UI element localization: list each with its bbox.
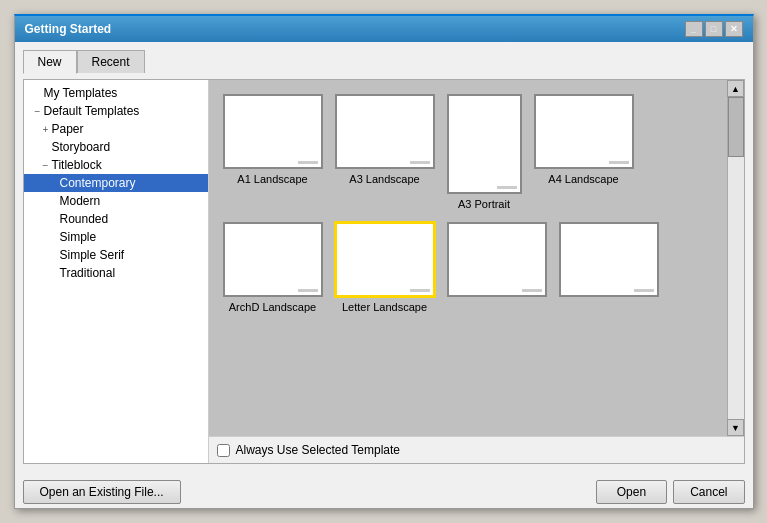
scrollbar: ▲ ▼: [727, 80, 744, 436]
template-label: A1 Landscape: [237, 173, 307, 185]
tree-item-default-templates[interactable]: − Default Templates: [24, 102, 208, 120]
template-label: ArchD Landscape: [229, 301, 316, 313]
checkbox-row: Always Use Selected Template: [209, 436, 744, 463]
minimize-button[interactable]: _: [685, 21, 703, 37]
tree-label: Rounded: [60, 212, 109, 226]
template-thumb: [534, 94, 634, 169]
tree-item-traditional[interactable]: Traditional: [24, 264, 208, 282]
close-button[interactable]: ✕: [725, 21, 743, 37]
tab-recent[interactable]: Recent: [77, 50, 145, 73]
expand-icon: [32, 88, 44, 99]
expand-icon: +: [40, 124, 52, 135]
template-a3-landscape[interactable]: A3 Landscape: [335, 94, 435, 210]
open-existing-button[interactable]: Open an Existing File...: [23, 480, 181, 504]
expand-icon: [48, 178, 60, 189]
expand-icon: [48, 196, 60, 207]
template-label: A4 Landscape: [548, 173, 618, 185]
expand-icon: [48, 268, 60, 279]
getting-started-dialog: Getting Started _ □ ✕ New Recent My Temp…: [14, 14, 754, 509]
tree-label: Contemporary: [60, 176, 136, 190]
expand-icon: [48, 232, 60, 243]
always-use-label: Always Use Selected Template: [236, 443, 401, 457]
template-thumb: [335, 94, 435, 169]
tree-item-my-templates[interactable]: My Templates: [24, 84, 208, 102]
dialog-title: Getting Started: [25, 22, 112, 36]
expand-icon: [48, 250, 60, 261]
template-archd-landscape[interactable]: ArchD Landscape: [223, 222, 323, 313]
scroll-up-button[interactable]: ▲: [727, 80, 744, 97]
bottom-bar: Open an Existing File... Open Cancel: [15, 472, 753, 508]
template-label: A3 Landscape: [349, 173, 419, 185]
template-thumb: [447, 94, 522, 194]
tree-item-paper[interactable]: + Paper: [24, 120, 208, 138]
tab-new[interactable]: New: [23, 50, 77, 74]
template-a1-landscape[interactable]: A1 Landscape: [223, 94, 323, 210]
template-thumb: [559, 222, 659, 297]
template-label: A3 Portrait: [458, 198, 510, 210]
tree-item-simple-serif[interactable]: Simple Serif: [24, 246, 208, 264]
tree-item-storyboard[interactable]: Storyboard: [24, 138, 208, 156]
expand-icon: −: [32, 106, 44, 117]
tree-item-modern[interactable]: Modern: [24, 192, 208, 210]
template-a4-landscape[interactable]: A4 Landscape: [534, 94, 634, 210]
tree-item-rounded[interactable]: Rounded: [24, 210, 208, 228]
tree-label: Simple: [60, 230, 97, 244]
tab-bar: New Recent: [23, 50, 745, 73]
tree-label: Default Templates: [44, 104, 140, 118]
tree-item-contemporary[interactable]: Contemporary: [24, 174, 208, 192]
expand-icon: −: [40, 160, 52, 171]
dialog-content: New Recent My Templates − Default Templa…: [15, 42, 753, 472]
template-label: Letter Landscape: [342, 301, 427, 313]
tree-label: Traditional: [60, 266, 116, 280]
expand-icon: [40, 142, 52, 153]
title-bar: Getting Started _ □ ✕: [15, 16, 753, 42]
templates-grid-wrapper: A1 Landscape A3 Landscape: [209, 80, 744, 463]
templates-grid: A1 Landscape A3 Landscape: [209, 80, 727, 436]
tree-item-simple[interactable]: Simple: [24, 228, 208, 246]
tree-label: Paper: [52, 122, 84, 136]
maximize-button[interactable]: □: [705, 21, 723, 37]
tree-label: My Templates: [44, 86, 118, 100]
tree-label: Simple Serif: [60, 248, 125, 262]
tree-label: Titleblock: [52, 158, 102, 172]
template-thumb: [223, 222, 323, 297]
template-letter-landscape[interactable]: Letter Landscape: [335, 222, 435, 313]
template-thumb: [223, 94, 323, 169]
template-thumb: [447, 222, 547, 297]
scroll-thumb[interactable]: [728, 97, 744, 157]
template-thumb: [335, 222, 435, 297]
expand-icon: [48, 214, 60, 225]
template-8[interactable]: [559, 222, 659, 313]
template-7[interactable]: [447, 222, 547, 313]
always-use-checkbox[interactable]: [217, 444, 230, 457]
cancel-button[interactable]: Cancel: [673, 480, 744, 504]
action-buttons: Open Cancel: [596, 480, 745, 504]
main-area: My Templates − Default Templates + Paper…: [23, 79, 745, 464]
tree-label: Modern: [60, 194, 101, 208]
tree-label: Storyboard: [52, 140, 111, 154]
scroll-down-button[interactable]: ▼: [727, 419, 744, 436]
tree-item-titleblock[interactable]: − Titleblock: [24, 156, 208, 174]
scroll-track[interactable]: [728, 97, 744, 419]
open-button[interactable]: Open: [596, 480, 667, 504]
tree-panel: My Templates − Default Templates + Paper…: [24, 80, 209, 463]
title-bar-buttons: _ □ ✕: [685, 21, 743, 37]
template-a3-portrait[interactable]: A3 Portrait: [447, 94, 522, 210]
